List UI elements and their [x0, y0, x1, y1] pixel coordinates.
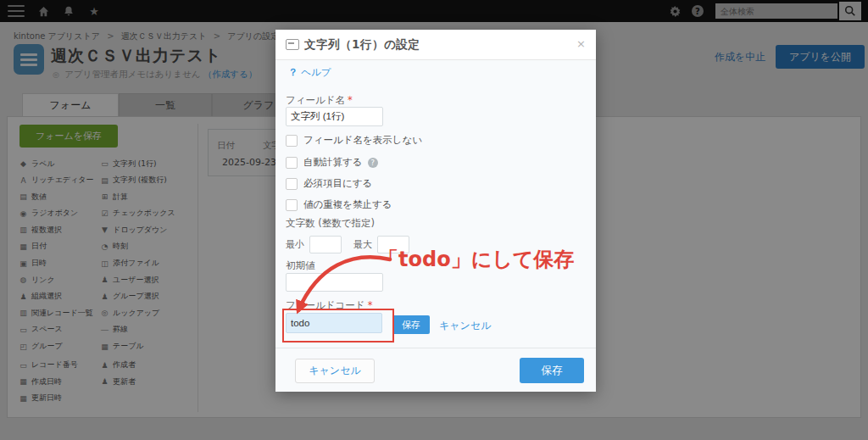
dialog-header: 文字列（1行）の設定: [275, 30, 596, 60]
checkbox-hide-field-name[interactable]: フィールド名を表示しない: [286, 134, 422, 147]
dialog-help-link[interactable]: ？ ヘルプ: [288, 66, 331, 79]
annotation-text: 「todo」にして保存: [378, 246, 574, 273]
field-name-label: フィールド名*: [286, 94, 353, 107]
checkbox-unique[interactable]: 値の重複を禁止する: [286, 198, 392, 211]
checkbox-icon[interactable]: [286, 199, 298, 211]
checkbox-required[interactable]: 必須項目にする: [286, 177, 372, 190]
question-icon: ？: [288, 66, 298, 78]
checkbox-icon[interactable]: [286, 157, 298, 169]
checkbox-icon[interactable]: [286, 135, 298, 147]
required-asterisk: *: [368, 299, 373, 311]
kintone-app-settings-page: ★ ? kintone アプリストア > 週次ＣＳＶ出力テスト > アプリの設定…: [0, 0, 868, 440]
footer-divider: [275, 348, 596, 348]
field-code-input[interactable]: [286, 313, 382, 333]
field-settings-dialog: 文字列（1行）の設定 × ？ ヘルプ フィールド名* フィールド名を表示しない …: [275, 30, 596, 392]
required-asterisk: *: [348, 94, 353, 106]
field-name-input[interactable]: [286, 107, 383, 126]
field-code-save-button[interactable]: 保存: [392, 315, 430, 334]
min-input[interactable]: [309, 236, 342, 253]
question-icon[interactable]: ?: [368, 158, 378, 168]
dialog-cancel-button[interactable]: キャンセル: [295, 359, 375, 383]
checkbox-icon[interactable]: [286, 178, 298, 190]
field-code-label: フィールドコード*: [286, 299, 372, 312]
default-value-input[interactable]: [286, 273, 383, 292]
close-icon[interactable]: ×: [576, 38, 586, 49]
text-field-icon: [286, 39, 299, 50]
dialog-save-button[interactable]: 保存: [520, 358, 584, 383]
min-label: 最小: [286, 238, 304, 251]
dialog-title: 文字列（1行）の設定: [304, 37, 420, 53]
checkbox-auto-calc[interactable]: 自動計算する ?: [286, 156, 378, 169]
field-code-cancel-link[interactable]: キャンセル: [439, 319, 491, 333]
max-label: 最大: [353, 238, 372, 251]
char-count-label: 文字数 (整数で指定): [286, 217, 375, 230]
default-value-label: 初期値: [286, 259, 315, 272]
